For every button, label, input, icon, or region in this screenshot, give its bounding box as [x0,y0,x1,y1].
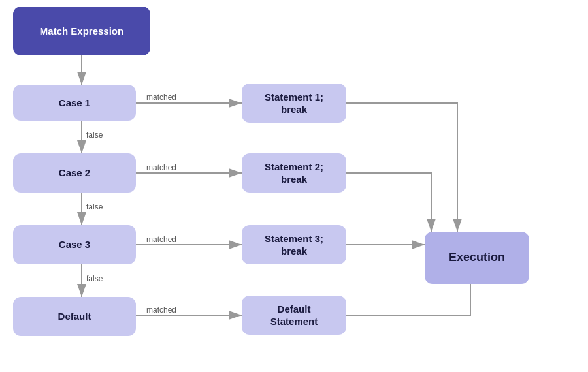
default-node: Default [13,297,136,336]
false-label-3: false [86,274,103,283]
match-expression-node: Match Expression [13,7,150,55]
stmt-default-node: Default Statement [242,296,346,335]
stmt2-node: Statement 2; break [242,153,346,193]
false-label-1: false [86,131,103,140]
stmt1-node: Statement 1; break [242,84,346,123]
matched-label-3: matched [146,235,176,244]
stmt3-node: Statement 3; break [242,225,346,264]
case3-node: Case 3 [13,225,136,264]
matched-label-1: matched [146,93,176,102]
case2-node: Case 2 [13,153,136,193]
diagram: Match Expression Case 1 Case 2 Case 3 De… [0,0,588,372]
matched-label-2: matched [146,163,176,172]
case1-node: Case 1 [13,85,136,121]
false-label-2: false [86,202,103,211]
matched-label-4: matched [146,305,176,315]
execution-node: Execution [425,232,529,284]
